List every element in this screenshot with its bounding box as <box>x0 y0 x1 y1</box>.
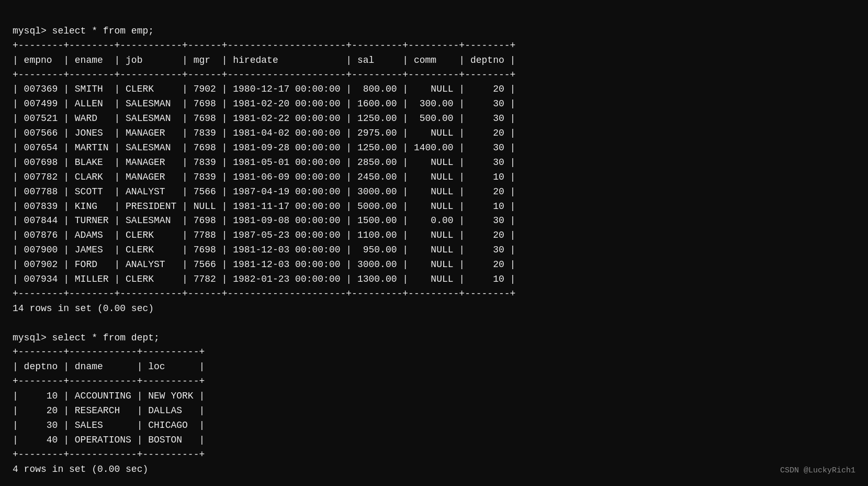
emp-rowcount: 14 rows in set (0.00 sec) <box>13 303 154 314</box>
dept-sep-bot: +--------+------------+----------+ <box>13 449 205 460</box>
emp-sep-top: +--------+--------+-----------+------+--… <box>13 40 515 51</box>
dept-sep-mid: +--------+------------+----------+ <box>13 376 205 386</box>
terminal-output: mysql> select * from emp; +--------+----… <box>13 9 855 477</box>
emp-rows: | 007369 | SMITH | CLERK | 7902 | 1980-1… <box>13 84 515 284</box>
query2: mysql> select * from dept; <box>13 333 160 343</box>
query1: mysql> select * from emp; <box>13 26 154 36</box>
emp-header: | empno | ename | job | mgr | hiredate |… <box>13 55 515 65</box>
dept-rows: | 10 | ACCOUNTING | NEW YORK | | 20 | RE… <box>13 391 205 445</box>
emp-sep-mid: +--------+--------+-----------+------+--… <box>13 70 515 80</box>
emp-sep-bot: +--------+--------+-----------+------+--… <box>13 289 515 299</box>
dept-sep-top: +--------+------------+----------+ <box>13 347 205 357</box>
dept-header: | deptno | dname | loc | <box>13 361 205 372</box>
watermark: CSDN @LuckyRich1 <box>780 465 855 477</box>
dept-rowcount: 4 rows in set (0.00 sec) <box>13 464 148 474</box>
